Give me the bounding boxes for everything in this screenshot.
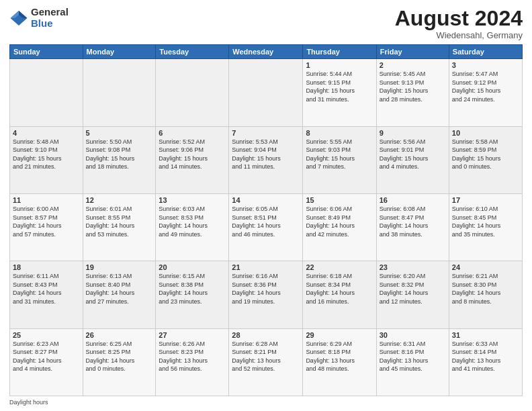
- calendar-cell: 23Sunrise: 6:20 AM Sunset: 8:32 PM Dayli…: [376, 261, 449, 328]
- day-info: Sunrise: 6:11 AM Sunset: 8:43 PM Dayligh…: [13, 272, 80, 306]
- calendar-cell: 29Sunrise: 6:29 AM Sunset: 8:18 PM Dayli…: [303, 328, 376, 396]
- calendar-cell: 28Sunrise: 6:28 AM Sunset: 8:21 PM Dayli…: [229, 328, 303, 396]
- day-info: Sunrise: 5:58 AM Sunset: 8:59 PM Dayligh…: [452, 138, 519, 171]
- day-number: 5: [86, 129, 153, 137]
- day-number: 28: [232, 331, 300, 339]
- calendar-cell: 2Sunrise: 5:45 AM Sunset: 9:13 PM Daylig…: [376, 59, 449, 126]
- footer: Daylight hours: [9, 399, 523, 406]
- day-header-sunday: Sunday: [10, 45, 83, 59]
- calendar-cell: [156, 59, 229, 126]
- day-number: 2: [380, 61, 446, 69]
- day-info: Sunrise: 6:26 AM Sunset: 8:23 PM Dayligh…: [159, 340, 226, 373]
- day-number: 26: [86, 331, 153, 339]
- day-number: 8: [306, 129, 373, 137]
- calendar-cell: 10Sunrise: 5:58 AM Sunset: 8:59 PM Dayli…: [449, 126, 522, 193]
- day-number: 29: [306, 331, 373, 339]
- calendar-cell: [229, 59, 303, 126]
- header: General Blue August 2024 Wiedensahl, Ger…: [9, 7, 523, 40]
- calendar-cell: 26Sunrise: 6:25 AM Sunset: 8:25 PM Dayli…: [83, 328, 156, 396]
- week-row-1: 1Sunrise: 5:44 AM Sunset: 9:15 PM Daylig…: [10, 59, 523, 126]
- week-row-4: 18Sunrise: 6:11 AM Sunset: 8:43 PM Dayli…: [10, 261, 523, 328]
- day-info: Sunrise: 5:56 AM Sunset: 9:01 PM Dayligh…: [380, 138, 446, 171]
- calendar-cell: 22Sunrise: 6:18 AM Sunset: 8:34 PM Dayli…: [303, 261, 376, 328]
- calendar-cell: 6Sunrise: 5:52 AM Sunset: 9:06 PM Daylig…: [156, 126, 229, 193]
- title-month: August 2024: [395, 7, 523, 30]
- day-info: Sunrise: 5:52 AM Sunset: 9:06 PM Dayligh…: [159, 138, 226, 171]
- day-number: 27: [159, 331, 226, 339]
- day-info: Sunrise: 5:53 AM Sunset: 9:04 PM Dayligh…: [232, 138, 300, 171]
- calendar-cell: 19Sunrise: 6:13 AM Sunset: 8:40 PM Dayli…: [83, 261, 156, 328]
- day-number: 7: [232, 129, 300, 137]
- calendar-cell: 7Sunrise: 5:53 AM Sunset: 9:04 PM Daylig…: [229, 126, 303, 193]
- day-info: Sunrise: 6:29 AM Sunset: 8:18 PM Dayligh…: [306, 340, 373, 373]
- calendar-cell: 4Sunrise: 5:48 AM Sunset: 9:10 PM Daylig…: [10, 126, 83, 193]
- day-info: Sunrise: 6:01 AM Sunset: 8:55 PM Dayligh…: [86, 205, 153, 238]
- day-info: Sunrise: 5:55 AM Sunset: 9:03 PM Dayligh…: [306, 138, 373, 171]
- calendar-cell: [10, 59, 83, 126]
- day-info: Sunrise: 5:47 AM Sunset: 9:12 PM Dayligh…: [452, 70, 519, 103]
- day-number: 1: [306, 61, 373, 69]
- day-header-tuesday: Tuesday: [156, 45, 229, 59]
- calendar-cell: [83, 59, 156, 126]
- logo-blue: Blue: [31, 18, 69, 30]
- calendar-cell: 12Sunrise: 6:01 AM Sunset: 8:55 PM Dayli…: [83, 193, 156, 261]
- day-info: Sunrise: 6:21 AM Sunset: 8:30 PM Dayligh…: [452, 272, 519, 306]
- day-info: Sunrise: 6:15 AM Sunset: 8:38 PM Dayligh…: [159, 272, 226, 306]
- day-info: Sunrise: 6:03 AM Sunset: 8:53 PM Dayligh…: [159, 205, 226, 238]
- day-info: Sunrise: 6:05 AM Sunset: 8:51 PM Dayligh…: [232, 205, 300, 238]
- day-info: Sunrise: 6:08 AM Sunset: 8:47 PM Dayligh…: [380, 205, 446, 238]
- day-number: 24: [452, 263, 519, 271]
- day-info: Sunrise: 6:16 AM Sunset: 8:36 PM Dayligh…: [232, 272, 300, 306]
- day-info: Sunrise: 6:33 AM Sunset: 8:14 PM Dayligh…: [452, 340, 519, 373]
- day-info: Sunrise: 6:13 AM Sunset: 8:40 PM Dayligh…: [86, 272, 153, 306]
- day-number: 21: [232, 263, 300, 271]
- calendar-cell: 20Sunrise: 6:15 AM Sunset: 8:38 PM Dayli…: [156, 261, 229, 328]
- calendar-cell: 15Sunrise: 6:06 AM Sunset: 8:49 PM Dayli…: [303, 193, 376, 261]
- calendar-cell: 27Sunrise: 6:26 AM Sunset: 8:23 PM Dayli…: [156, 328, 229, 396]
- calendar-cell: 13Sunrise: 6:03 AM Sunset: 8:53 PM Dayli…: [156, 193, 229, 261]
- calendar-cell: 17Sunrise: 6:10 AM Sunset: 8:45 PM Dayli…: [449, 193, 522, 261]
- day-info: Sunrise: 5:48 AM Sunset: 9:10 PM Dayligh…: [13, 138, 80, 171]
- day-info: Sunrise: 6:23 AM Sunset: 8:27 PM Dayligh…: [13, 340, 80, 373]
- logo-text: General Blue: [31, 7, 69, 29]
- day-info: Sunrise: 6:31 AM Sunset: 8:16 PM Dayligh…: [380, 340, 446, 373]
- day-info: Sunrise: 6:25 AM Sunset: 8:25 PM Dayligh…: [86, 340, 153, 373]
- calendar-table: SundayMondayTuesdayWednesdayThursdayFrid…: [9, 44, 523, 396]
- day-info: Sunrise: 6:10 AM Sunset: 8:45 PM Dayligh…: [452, 205, 519, 238]
- day-info: Sunrise: 5:50 AM Sunset: 9:08 PM Dayligh…: [86, 138, 153, 171]
- day-info: Sunrise: 5:44 AM Sunset: 9:15 PM Dayligh…: [306, 70, 373, 103]
- calendar-cell: 14Sunrise: 6:05 AM Sunset: 8:51 PM Dayli…: [229, 193, 303, 261]
- day-header-monday: Monday: [83, 45, 156, 59]
- day-number: 15: [306, 196, 373, 204]
- header-row: SundayMondayTuesdayWednesdayThursdayFrid…: [10, 45, 523, 59]
- day-number: 6: [159, 129, 226, 137]
- page: General Blue August 2024 Wiedensahl, Ger…: [0, 0, 532, 411]
- day-header-friday: Friday: [376, 45, 449, 59]
- day-number: 4: [13, 129, 80, 137]
- day-number: 10: [452, 129, 519, 137]
- daylight-label: Daylight hours: [9, 399, 48, 406]
- week-row-5: 25Sunrise: 6:23 AM Sunset: 8:27 PM Dayli…: [10, 328, 523, 396]
- logo-icon: [9, 9, 28, 28]
- day-number: 22: [306, 263, 373, 271]
- calendar-cell: 3Sunrise: 5:47 AM Sunset: 9:12 PM Daylig…: [449, 59, 522, 126]
- calendar-cell: 5Sunrise: 5:50 AM Sunset: 9:08 PM Daylig…: [83, 126, 156, 193]
- day-number: 31: [452, 331, 519, 339]
- day-number: 9: [380, 129, 446, 137]
- title-location: Wiedensahl, Germany: [395, 30, 523, 40]
- day-number: 17: [452, 196, 519, 204]
- week-row-3: 11Sunrise: 6:00 AM Sunset: 8:57 PM Dayli…: [10, 193, 523, 261]
- day-header-saturday: Saturday: [449, 45, 522, 59]
- week-row-2: 4Sunrise: 5:48 AM Sunset: 9:10 PM Daylig…: [10, 126, 523, 193]
- calendar-cell: 8Sunrise: 5:55 AM Sunset: 9:03 PM Daylig…: [303, 126, 376, 193]
- day-header-thursday: Thursday: [303, 45, 376, 59]
- day-info: Sunrise: 6:06 AM Sunset: 8:49 PM Dayligh…: [306, 205, 373, 238]
- day-number: 16: [380, 196, 446, 204]
- day-info: Sunrise: 5:45 AM Sunset: 9:13 PM Dayligh…: [380, 70, 446, 103]
- calendar-cell: 1Sunrise: 5:44 AM Sunset: 9:15 PM Daylig…: [303, 59, 376, 126]
- day-number: 18: [13, 263, 80, 271]
- calendar-cell: 21Sunrise: 6:16 AM Sunset: 8:36 PM Dayli…: [229, 261, 303, 328]
- calendar-cell: 31Sunrise: 6:33 AM Sunset: 8:14 PM Dayli…: [449, 328, 522, 396]
- calendar-cell: 24Sunrise: 6:21 AM Sunset: 8:30 PM Dayli…: [449, 261, 522, 328]
- calendar-cell: 25Sunrise: 6:23 AM Sunset: 8:27 PM Dayli…: [10, 328, 83, 396]
